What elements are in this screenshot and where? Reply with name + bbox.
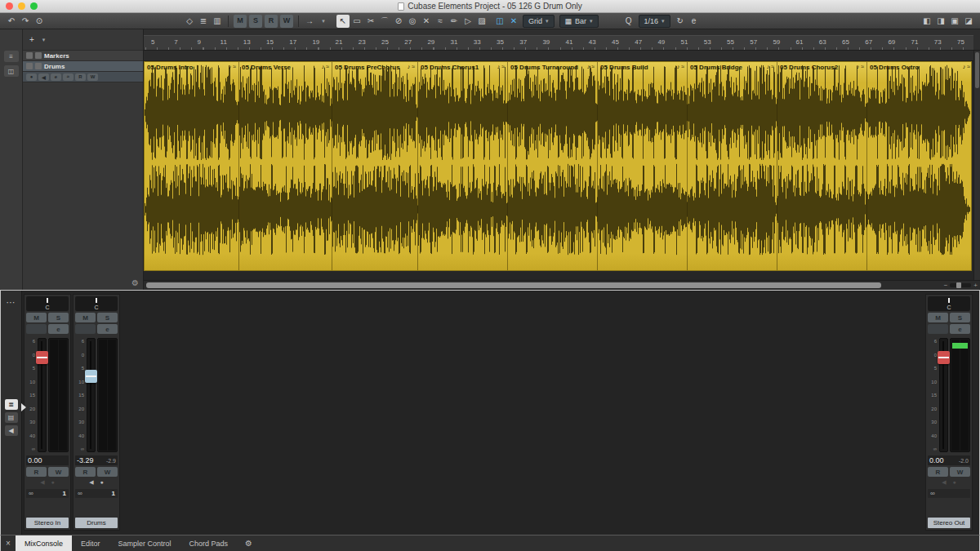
write-button[interactable]: W [97,467,118,477]
pan-control[interactable]: C [928,296,970,311]
window-setup-icon[interactable]: ◪ [962,15,975,28]
horizontal-scrollbar[interactable]: − + [144,280,980,290]
tab-sampler-control[interactable]: Sampler Control [109,535,180,551]
split-tool[interactable]: ✂ [364,15,377,28]
channel-name[interactable]: Stereo Out [928,518,970,528]
write-button[interactable]: W [950,467,970,477]
zoom-slider[interactable] [950,283,971,287]
monitor-icon[interactable]: ◀ [38,73,49,81]
mute-tool[interactable]: ✕ [420,15,433,28]
close-window-button[interactable] [6,2,13,10]
undo-icon[interactable]: ↶ [5,15,18,28]
channel-name[interactable]: Stereo In [26,518,69,528]
autoscroll-options-arrow[interactable]: ▾ [317,15,330,28]
maximize-window-button[interactable] [30,2,38,10]
faders-view-icon[interactable]: ≣ [5,399,18,410]
iterative-quantize-icon[interactable]: ↻ [674,15,687,28]
racks-view-icon[interactable]: ▤ [5,412,18,423]
solo-all-button[interactable]: S [249,15,262,28]
quantize-dropdown[interactable]: 1/16 ▾ [639,15,670,28]
timeline-ruler[interactable]: 5791113151719212325272931333537394143454… [144,35,973,50]
setup-toolbar-icon[interactable]: ▥ [211,15,224,28]
write-automation-icon[interactable]: W [87,73,98,81]
track-row-drums[interactable]: Drums [23,61,143,72]
constrain-delay-icon[interactable]: ⊙ [33,15,46,28]
pan-control[interactable]: C [26,296,69,311]
record-enable-icon[interactable]: ● [100,479,104,487]
snap-grid-dropdown[interactable]: ▦ Bar ▾ [559,15,599,28]
read-button[interactable]: R [928,467,948,477]
mixconsole-more-icon[interactable]: ⋯ [7,297,16,308]
grid-type-dropdown[interactable]: Grid ▾ [523,15,555,28]
close-lower-zone-button[interactable]: × [2,538,14,549]
vertical-scrollbar[interactable] [973,51,980,280]
listen-button[interactable] [928,324,948,334]
zoom-out-icon[interactable]: − [944,282,948,289]
solo-button[interactable]: S [48,313,69,322]
markers-lane[interactable] [144,51,973,61]
fader-cap[interactable] [938,351,950,364]
zoom-in-icon[interactable]: + [973,282,978,289]
range-tool[interactable]: ▭ [350,15,363,28]
solo-button[interactable]: S [97,313,118,322]
read-all-button[interactable]: R [265,15,278,28]
read-automation-icon[interactable]: R [75,73,86,81]
tab-chord-pads[interactable]: Chord Pads [180,535,238,551]
mute-button[interactable]: M [26,313,47,322]
fader-cap[interactable] [36,351,48,364]
autoscroll-icon[interactable]: → [303,15,316,28]
read-button[interactable]: R [26,467,47,477]
add-track-button[interactable]: + [29,35,34,44]
record-enable-icon[interactable]: ● [51,479,55,487]
lower-zone-settings-gear-icon[interactable]: ⚙ [245,539,252,548]
right-zone-toggle-icon[interactable]: ▣ [948,15,961,28]
track-row-markers[interactable]: Markers [23,51,143,61]
solo-button[interactable]: S [950,313,970,322]
quantize-panel-icon[interactable]: e [688,15,701,28]
visibility-toggle-icon[interactable]: ◫ [4,65,19,77]
track-list-settings-gear-icon[interactable]: ⚙ [131,278,139,287]
snap-type-icon[interactable]: ✕ [507,15,520,28]
mute-button[interactable]: M [928,313,948,322]
lower-zone-toggle-icon[interactable]: ◨ [934,15,947,28]
edit-channel-icon[interactable]: e [51,73,61,81]
draw-tool[interactable]: ✏ [448,15,461,28]
left-zone-toggle-icon[interactable]: ◧ [920,15,933,28]
volume-fader[interactable] [38,338,47,452]
read-button[interactable]: R [75,467,96,477]
minimize-window-button[interactable] [18,2,25,10]
window-layout-icon[interactable]: ≣ [197,15,210,28]
glue-tool[interactable]: ⌒ [378,15,391,28]
monitor-icon[interactable]: ◀ [89,479,93,487]
vertical-scroll-thumb[interactable] [975,52,979,88]
monitor-icon[interactable]: ◀ [40,479,44,487]
horizontal-scroll-thumb[interactable] [146,282,881,288]
monitor-view-icon[interactable]: ◀ [5,425,18,436]
edit-channel-button[interactable]: e [48,324,69,334]
record-enable-icon[interactable]: ● [953,479,956,487]
play-tool[interactable]: ▷ [461,15,474,28]
channel-name[interactable]: Drums [75,518,118,528]
snap-on-off-icon[interactable]: ◫ [493,15,506,28]
activate-project-icon[interactable]: ◇ [183,15,196,28]
mute-all-button[interactable]: M [234,15,247,28]
select-tool[interactable]: ↖ [336,15,350,28]
tab-editor[interactable]: Editor [72,535,109,551]
pan-control[interactable]: C [75,296,118,311]
listen-button[interactable] [75,324,96,334]
zoom-tool[interactable]: ◎ [406,15,419,28]
zoom-slider-handle[interactable] [956,282,961,288]
track-filter-arrow[interactable]: ▾ [42,37,46,43]
record-enable-icon[interactable]: ● [26,73,37,81]
tab-mixconsole[interactable]: MixConsole [16,535,72,551]
mute-button[interactable]: M [75,313,96,322]
edit-channel-button[interactable]: e [97,324,118,334]
rail-pointer[interactable] [21,403,26,411]
monitor-icon[interactable]: ◀ [942,479,946,487]
volume-fader[interactable] [939,338,948,452]
listen-button[interactable] [26,324,47,334]
write-button[interactable]: W [48,467,69,477]
fader-cap[interactable] [85,370,97,383]
freeze-icon[interactable]: ≈ [63,73,74,81]
erase-tool[interactable]: ⊘ [392,15,405,28]
